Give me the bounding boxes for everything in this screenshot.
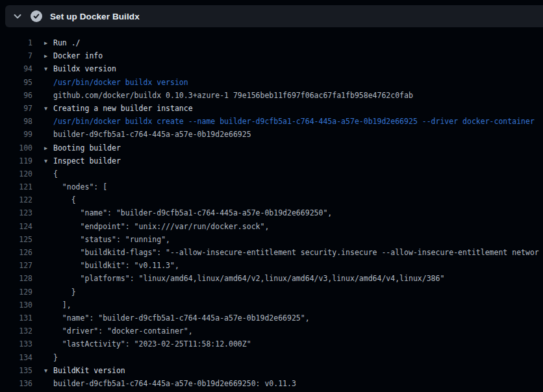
marker-spacer — [44, 377, 53, 390]
log-viewer: 1 ▶ Run ./ 7 ▶ Docker info 94 ▼ Buildx v… — [0, 36, 543, 390]
group-toggle-icon[interactable]: ▼ — [44, 62, 53, 75]
group-toggle-icon[interactable]: ▼ — [44, 102, 53, 115]
log-text: Booting builder — [53, 141, 121, 154]
marker-spacer — [44, 89, 53, 102]
line-number[interactable]: 133 — [0, 337, 32, 350]
log-text: "lastActivity": "2023-02-25T11:58:12.000… — [53, 337, 251, 350]
log-line: 95 /usr/bin/docker buildx version — [0, 76, 543, 89]
line-number[interactable]: 95 — [0, 76, 32, 89]
marker-spacer — [44, 76, 53, 89]
line-number[interactable]: 98 — [0, 115, 32, 128]
line-number[interactable]: 119 — [0, 154, 32, 167]
log-line: 130 ], — [0, 299, 543, 312]
line-number[interactable]: 1 — [0, 36, 32, 49]
log-group-line[interactable]: 119 ▼ Inspect builder — [0, 154, 543, 167]
log-line: 125 "status": "running", — [0, 233, 543, 246]
line-number[interactable]: 127 — [0, 259, 32, 272]
log-text: "buildkit": "v0.11.3", — [53, 259, 179, 272]
log-group-line[interactable]: 94 ▼ Buildx version — [0, 62, 543, 75]
marker-spacer — [44, 351, 53, 364]
log-line: 121 "nodes": [ — [0, 180, 543, 193]
marker-spacer — [44, 259, 53, 272]
chevron-down-icon[interactable] — [12, 11, 23, 21]
log-text: "status": "running", — [53, 233, 170, 246]
log-text: github.com/docker/buildx 0.10.3+azure-1 … — [53, 89, 413, 102]
log-text: "name": "builder-d9cfb5a1-c764-445a-a57e… — [53, 312, 310, 325]
log-line: 96 github.com/docker/buildx 0.10.3+azure… — [0, 89, 543, 102]
log-text: "platforms": "linux/amd64,linux/amd64/v2… — [53, 272, 444, 285]
step-header[interactable]: Set up Docker Buildx — [5, 5, 543, 27]
marker-spacer — [44, 180, 53, 193]
log-line: 122 { — [0, 193, 543, 206]
group-toggle-icon[interactable]: ▶ — [44, 141, 53, 154]
marker-spacer — [44, 220, 53, 233]
group-toggle-icon[interactable]: ▼ — [44, 364, 53, 377]
marker-spacer — [44, 325, 53, 337]
log-text: Docker info — [53, 49, 103, 62]
marker-spacer — [44, 272, 53, 285]
log-line: 129 } — [0, 286, 543, 299]
marker-spacer — [44, 167, 53, 180]
log-group-line[interactable]: 7 ▶ Docker info — [0, 49, 543, 62]
line-number[interactable]: 97 — [0, 102, 32, 115]
marker-spacer — [44, 337, 53, 350]
line-number[interactable]: 136 — [0, 377, 32, 390]
line-number[interactable]: 130 — [0, 299, 32, 312]
log-text: "driver": "docker-container", — [53, 325, 193, 337]
line-number[interactable]: 128 — [0, 272, 32, 285]
line-number[interactable]: 94 — [0, 62, 32, 75]
log-text: { — [53, 193, 76, 206]
line-number[interactable]: 7 — [0, 49, 32, 62]
group-toggle-icon[interactable]: ▶ — [44, 36, 53, 49]
log-text: Creating a new builder instance — [53, 102, 193, 115]
line-number[interactable]: 134 — [0, 351, 32, 364]
log-text: Buildx version — [53, 62, 116, 75]
line-number[interactable]: 126 — [0, 246, 32, 259]
line-number[interactable]: 122 — [0, 193, 32, 206]
log-group-line[interactable]: 135 ▼ BuildKit version — [0, 364, 543, 377]
marker-spacer — [44, 312, 53, 325]
log-text: Inspect builder — [53, 154, 121, 167]
line-number[interactable]: 123 — [0, 206, 32, 219]
line-number[interactable]: 121 — [0, 180, 32, 193]
group-toggle-icon[interactable]: ▼ — [44, 154, 53, 167]
log-text: builder-d9cfb5a1-c764-445a-a57e-0b19d2e6… — [53, 377, 296, 390]
log-line: 99 builder-d9cfb5a1-c764-445a-a57e-0b19d… — [0, 128, 543, 141]
log-text: /usr/bin/docker buildx version — [53, 76, 188, 89]
log-text: } — [53, 286, 76, 299]
group-toggle-icon[interactable]: ▶ — [44, 49, 53, 62]
log-text: Run ./ — [53, 36, 81, 49]
line-number[interactable]: 129 — [0, 286, 32, 299]
log-line: 127 "buildkit": "v0.11.3", — [0, 259, 543, 272]
marker-spacer — [44, 115, 53, 128]
log-line: 134 } — [0, 351, 543, 364]
line-number[interactable]: 100 — [0, 141, 32, 154]
line-number[interactable]: 125 — [0, 233, 32, 246]
log-text: /usr/bin/docker buildx create --name bui… — [53, 115, 535, 128]
log-line: 98 /usr/bin/docker buildx create --name … — [0, 115, 543, 128]
line-number[interactable]: 131 — [0, 312, 32, 325]
log-group-line[interactable]: 100 ▶ Booting builder — [0, 141, 543, 154]
line-number[interactable]: 96 — [0, 89, 32, 102]
log-text: BuildKit version — [53, 364, 125, 377]
log-line: 136 builder-d9cfb5a1-c764-445a-a57e-0b19… — [0, 377, 543, 390]
log-line: 120 { — [0, 167, 543, 180]
marker-spacer — [44, 286, 53, 299]
log-line: 132 "driver": "docker-container", — [0, 325, 543, 337]
marker-spacer — [44, 299, 53, 312]
line-number[interactable]: 124 — [0, 220, 32, 233]
log-group-line[interactable]: 97 ▼ Creating a new builder instance — [0, 102, 543, 115]
log-text: ], — [53, 299, 71, 312]
marker-spacer — [44, 128, 53, 141]
line-number[interactable]: 135 — [0, 364, 32, 377]
log-line: 128 "platforms": "linux/amd64,linux/amd6… — [0, 272, 543, 285]
line-number[interactable]: 99 — [0, 128, 32, 141]
log-line: 126 "buildkitd-flags": "--allow-insecure… — [0, 246, 543, 259]
line-number[interactable]: 132 — [0, 325, 32, 337]
line-number[interactable]: 120 — [0, 167, 32, 180]
log-text: "nodes": [ — [53, 180, 107, 193]
log-group-line[interactable]: 1 ▶ Run ./ — [0, 36, 543, 49]
log-line: 131 "name": "builder-d9cfb5a1-c764-445a-… — [0, 312, 543, 325]
log-text: "name": "builder-d9cfb5a1-c764-445a-a57e… — [53, 206, 332, 219]
marker-spacer — [44, 193, 53, 206]
